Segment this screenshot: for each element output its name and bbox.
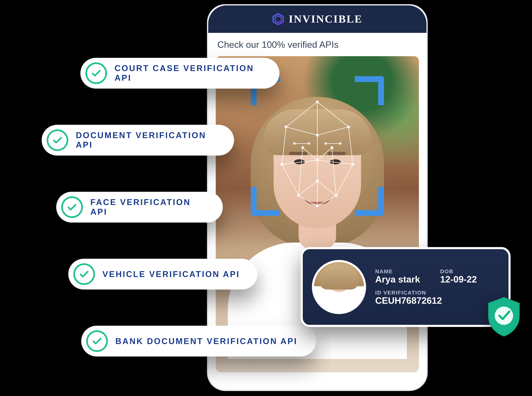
- name-value: Arya stark: [375, 274, 434, 285]
- marketing-composite: INVINCIBLE Check our 100% verified APIs: [0, 0, 532, 396]
- brand-name: INVINCIBLE: [289, 13, 363, 25]
- shield-check-icon: [485, 296, 523, 338]
- idv-value: CEUH76872612: [375, 296, 499, 306]
- dob-label: DOB: [440, 268, 499, 274]
- check-icon: [85, 62, 107, 84]
- idv-label: ID VERIFICATION: [375, 290, 499, 296]
- api-pill-court-case[interactable]: COURT CASE VERIFICATION API: [80, 58, 279, 88]
- api-pill-label: VEHICLE VERIFICATION API: [102, 269, 240, 279]
- id-verification-card: NAME Arya stark DOB 12-09-22 ID VERIFICA…: [301, 247, 510, 327]
- avatar: [312, 260, 366, 314]
- api-pill-bank-document[interactable]: BANK DOCUMENT VERIFICATION API: [81, 326, 316, 356]
- svg-point-19: [495, 307, 513, 325]
- header-caption: Check our 100% verified APIs: [208, 33, 426, 56]
- api-pill-label: FACE VERIFICATION API: [90, 198, 210, 217]
- id-fields: NAME Arya stark DOB 12-09-22 ID VERIFICA…: [375, 268, 499, 306]
- avatar-image: [314, 262, 364, 312]
- check-icon: [47, 129, 68, 151]
- brand-logo-icon: [272, 13, 285, 25]
- check-icon: [73, 263, 95, 285]
- api-pill-vehicle[interactable]: VEHICLE VERIFICATION API: [68, 259, 257, 290]
- check-icon: [86, 330, 108, 352]
- check-icon: [61, 196, 83, 218]
- api-pill-label: BANK DOCUMENT VERIFICATION API: [115, 336, 297, 346]
- dob-value: 12-09-22: [440, 274, 499, 285]
- api-pill-label: COURT CASE VERIFICATION API: [114, 64, 267, 83]
- svg-marker-1: [275, 16, 281, 23]
- api-pill-face[interactable]: FACE VERIFICATION API: [56, 192, 223, 222]
- name-label: NAME: [375, 268, 434, 274]
- api-pill-document[interactable]: DOCUMENT VERIFICATION API: [42, 125, 234, 156]
- api-pill-label: DOCUMENT VERIFICATION API: [76, 131, 221, 150]
- app-header: INVINCIBLE: [208, 6, 426, 33]
